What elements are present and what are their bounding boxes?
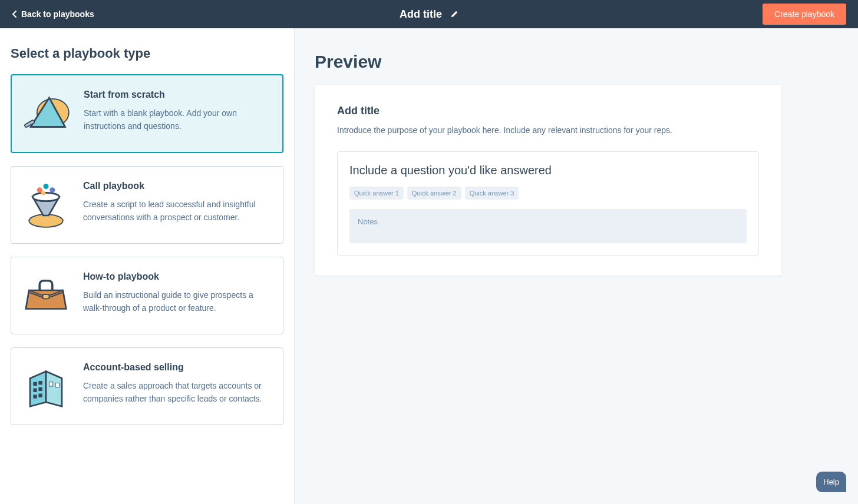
svg-point-4 xyxy=(37,187,42,193)
card-desc: Build an instructional guide to give pro… xyxy=(83,289,271,314)
card-desc: Create a script to lead successful and i… xyxy=(83,198,271,224)
quick-answer-chip[interactable]: Quick answer 1 xyxy=(349,187,404,200)
svg-point-6 xyxy=(50,187,55,193)
card-desc: Start with a blank playbook. Add your ow… xyxy=(84,107,270,132)
preview-heading: Add title xyxy=(337,105,759,117)
card-title: Call playbook xyxy=(83,181,271,191)
preview-title: Preview xyxy=(315,52,781,72)
header-title-group: Add title xyxy=(400,8,458,21)
quick-answer-chips: Quick answer 1 Quick answer 2 Quick answ… xyxy=(349,187,747,200)
card-title: Start from scratch xyxy=(84,89,270,100)
quick-answer-chip[interactable]: Quick answer 2 xyxy=(407,187,461,200)
question-title: Include a question you'd like answered xyxy=(349,164,747,177)
playbook-type-card-call[interactable]: Call playbook Create a script to lead su… xyxy=(11,166,283,244)
briefcase-icon xyxy=(19,269,72,322)
card-desc: Create a sales approach that targets acc… xyxy=(83,380,271,405)
preview-intro: Introduce the purpose of your playbook h… xyxy=(337,125,759,135)
help-button[interactable]: Help xyxy=(816,472,846,492)
back-to-playbooks-link[interactable]: Back to playbooks xyxy=(12,9,94,19)
svg-point-3 xyxy=(33,193,60,201)
card-title: Account-based selling xyxy=(83,362,271,373)
create-playbook-button[interactable]: Create playbook xyxy=(763,4,846,25)
svg-rect-10 xyxy=(38,381,42,384)
svg-rect-11 xyxy=(33,389,37,392)
page-title[interactable]: Add title xyxy=(400,8,442,21)
card-body: Account-based selling Create a sales app… xyxy=(83,360,271,413)
svg-rect-13 xyxy=(33,394,37,398)
left-panel: Select a playbook type Start from scratc… xyxy=(0,28,295,504)
svg-rect-15 xyxy=(49,382,52,386)
chevron-left-icon xyxy=(12,11,16,18)
app-header: Back to playbooks Add title Create playb… xyxy=(0,0,858,28)
notes-placeholder: Notes xyxy=(358,217,378,226)
svg-rect-14 xyxy=(38,394,42,397)
scratch-icon xyxy=(20,87,73,140)
svg-rect-9 xyxy=(33,382,37,386)
playbook-type-card-scratch[interactable]: Start from scratch Start with a blank pl… xyxy=(11,74,283,153)
svg-rect-16 xyxy=(55,383,59,387)
card-body: Start from scratch Start with a blank pl… xyxy=(84,87,270,140)
notes-input[interactable]: Notes xyxy=(349,209,747,243)
funnel-icon xyxy=(19,178,72,231)
svg-rect-8 xyxy=(43,294,50,299)
svg-point-5 xyxy=(44,184,49,189)
playbook-type-card-howto[interactable]: How-to playbook Build an instructional g… xyxy=(11,257,283,334)
pencil-icon[interactable] xyxy=(450,10,458,18)
section-title: Select a playbook type xyxy=(11,46,283,61)
card-body: How-to playbook Build an instructional g… xyxy=(83,269,271,322)
svg-point-2 xyxy=(29,214,63,227)
quick-answer-chip[interactable]: Quick answer 3 xyxy=(465,187,519,200)
back-link-label: Back to playbooks xyxy=(21,9,94,19)
buildings-icon xyxy=(19,360,72,413)
svg-point-7 xyxy=(41,191,45,195)
main-content: Select a playbook type Start from scratc… xyxy=(0,28,858,504)
right-panel: Preview Add title Introduce the purpose … xyxy=(295,28,858,504)
playbook-type-card-abm[interactable]: Account-based selling Create a sales app… xyxy=(11,347,283,425)
preview-card: Add title Introduce the purpose of your … xyxy=(315,85,781,276)
card-body: Call playbook Create a script to lead su… xyxy=(83,178,271,231)
question-box: Include a question you'd like answered Q… xyxy=(337,151,759,256)
card-title: How-to playbook xyxy=(83,271,271,282)
svg-rect-12 xyxy=(38,387,42,391)
